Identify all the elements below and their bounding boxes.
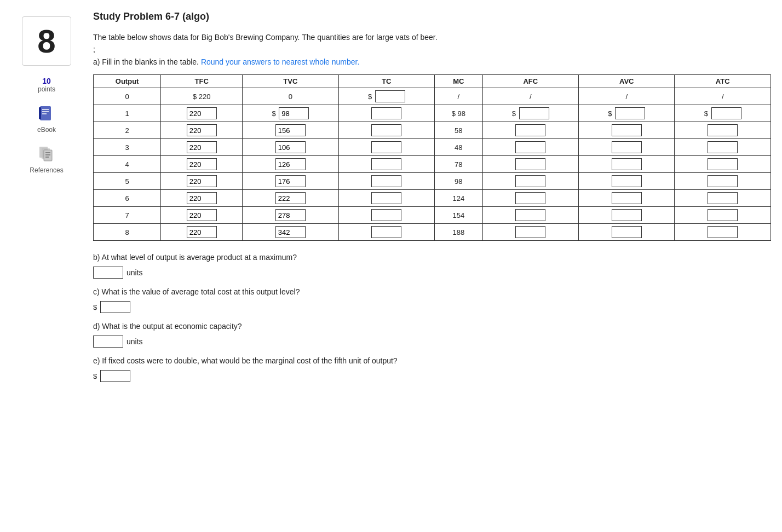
cell-tc[interactable]	[338, 105, 434, 122]
cell-tvc[interactable]	[243, 139, 338, 156]
avc-input-5[interactable]	[612, 175, 642, 187]
cell-tc[interactable]	[338, 207, 434, 224]
question-b-input[interactable]	[93, 267, 123, 279]
cell-atc[interactable]	[675, 173, 771, 190]
tfc-input-3[interactable]	[187, 141, 217, 153]
afc-input-6[interactable]	[515, 192, 545, 204]
avc-input-4[interactable]	[612, 158, 642, 170]
cell-tc[interactable]	[338, 224, 434, 241]
cell-avc[interactable]	[578, 190, 674, 207]
tvc-input-6[interactable]	[275, 192, 306, 204]
cell-tc[interactable]: $	[338, 88, 434, 105]
tfc-input-8[interactable]	[187, 226, 217, 238]
tvc-input-3[interactable]	[275, 141, 306, 153]
tc-input-8[interactable]	[371, 226, 401, 238]
cell-tc[interactable]	[338, 190, 434, 207]
afc-input-4[interactable]	[515, 158, 545, 170]
tvc-input-4[interactable]	[275, 158, 306, 170]
tc-input-3[interactable]	[371, 141, 401, 153]
atc-input-4[interactable]	[708, 158, 738, 170]
cell-tfc[interactable]	[161, 224, 243, 241]
cell-afc[interactable]	[482, 190, 578, 207]
afc-input-1[interactable]	[519, 107, 549, 119]
cell-tvc[interactable]	[243, 173, 338, 190]
cell-avc[interactable]	[578, 173, 674, 190]
avc-input-1[interactable]	[615, 107, 645, 119]
question-e-input[interactable]	[100, 370, 130, 382]
cell-atc[interactable]	[675, 190, 771, 207]
tc-input-2[interactable]	[371, 124, 401, 136]
tvc-input-7[interactable]	[275, 209, 306, 221]
tc-input-5[interactable]	[371, 175, 401, 187]
avc-input-3[interactable]	[612, 141, 642, 153]
cell-tc[interactable]	[338, 156, 434, 173]
avc-input-7[interactable]	[612, 209, 642, 221]
cell-tfc[interactable]	[161, 190, 243, 207]
tvc-input-8[interactable]	[275, 226, 306, 238]
cell-tfc[interactable]	[161, 207, 243, 224]
cell-tfc[interactable]	[161, 156, 243, 173]
tfc-input-5[interactable]	[187, 175, 217, 187]
cell-tvc[interactable]	[243, 156, 338, 173]
cell-atc[interactable]	[675, 207, 771, 224]
cell-tc[interactable]	[338, 122, 434, 139]
cell-avc[interactable]	[578, 224, 674, 241]
avc-input-2[interactable]	[612, 124, 642, 136]
cell-afc[interactable]: $	[482, 105, 578, 122]
cell-tvc[interactable]	[243, 224, 338, 241]
tfc-input-2[interactable]	[187, 124, 217, 136]
cell-tfc[interactable]	[161, 139, 243, 156]
atc-input-7[interactable]	[708, 209, 738, 221]
cell-tfc[interactable]	[161, 122, 243, 139]
cell-atc[interactable]	[675, 156, 771, 173]
cell-tc[interactable]	[338, 173, 434, 190]
atc-input-3[interactable]	[708, 141, 738, 153]
tc-input-6[interactable]	[371, 192, 401, 204]
afc-input-2[interactable]	[515, 124, 545, 136]
cell-tc[interactable]	[338, 139, 434, 156]
afc-input-5[interactable]	[515, 175, 545, 187]
cell-afc[interactable]	[482, 224, 578, 241]
tfc-input-1[interactable]	[187, 107, 217, 119]
cell-atc[interactable]	[675, 122, 771, 139]
tvc-input-5[interactable]	[275, 175, 306, 187]
tc-input-0[interactable]	[375, 90, 405, 102]
cell-atc[interactable]: $	[675, 105, 771, 122]
cell-tvc[interactable]	[243, 207, 338, 224]
cell-tfc[interactable]	[161, 105, 243, 122]
cell-atc[interactable]	[675, 224, 771, 241]
atc-input-1[interactable]	[711, 107, 741, 119]
cell-tvc[interactable]: $	[243, 105, 338, 122]
afc-input-7[interactable]	[515, 209, 545, 221]
tfc-input-6[interactable]	[187, 192, 217, 204]
cell-avc[interactable]	[578, 156, 674, 173]
cell-atc[interactable]	[675, 139, 771, 156]
cell-avc[interactable]	[578, 207, 674, 224]
tfc-input-7[interactable]	[187, 209, 217, 221]
cell-avc[interactable]	[578, 139, 674, 156]
tc-input-1[interactable]	[371, 107, 401, 119]
cell-tfc[interactable]	[161, 173, 243, 190]
atc-input-8[interactable]	[708, 226, 738, 238]
tfc-input-4[interactable]	[187, 158, 217, 170]
cell-afc[interactable]	[482, 122, 578, 139]
tc-input-7[interactable]	[371, 209, 401, 221]
ebook-tool[interactable]: eBook	[37, 104, 56, 134]
tvc-input-2[interactable]	[275, 124, 306, 136]
cell-afc[interactable]	[482, 139, 578, 156]
cell-afc[interactable]	[482, 207, 578, 224]
references-tool[interactable]: References	[30, 144, 63, 174]
atc-input-5[interactable]	[708, 175, 738, 187]
cell-afc[interactable]	[482, 173, 578, 190]
atc-input-2[interactable]	[708, 124, 738, 136]
avc-input-8[interactable]	[612, 226, 642, 238]
question-c-input[interactable]	[100, 301, 130, 313]
tc-input-4[interactable]	[371, 158, 401, 170]
tvc-input-1[interactable]	[279, 107, 309, 119]
cell-avc[interactable]: $	[578, 105, 674, 122]
avc-input-6[interactable]	[612, 192, 642, 204]
afc-input-3[interactable]	[515, 141, 545, 153]
cell-afc[interactable]	[482, 156, 578, 173]
cell-tvc[interactable]	[243, 122, 338, 139]
atc-input-6[interactable]	[708, 192, 738, 204]
